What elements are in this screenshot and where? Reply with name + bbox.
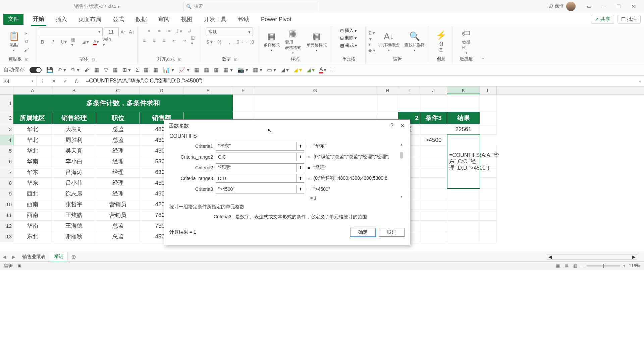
format-cells-button[interactable]: ▦ 格式 ▾ bbox=[340, 42, 357, 48]
cell[interactable] bbox=[447, 210, 480, 221]
cell[interactable]: 华南 bbox=[13, 221, 52, 231]
cell[interactable] bbox=[480, 210, 497, 221]
cell[interactable] bbox=[420, 199, 447, 210]
cell[interactable] bbox=[420, 146, 447, 156]
qat-camera-icon[interactable]: 📷 ▾ bbox=[237, 67, 248, 73]
align-left-icon[interactable]: ≡ bbox=[141, 37, 148, 44]
cell[interactable] bbox=[420, 167, 447, 178]
copy-icon[interactable]: ⧉ bbox=[23, 38, 30, 45]
sheet-nav-prev-icon[interactable]: ◀ bbox=[0, 254, 9, 260]
cell[interactable]: 徐志晨 bbox=[52, 188, 96, 199]
share-button[interactable]: ↗ 共享 bbox=[591, 15, 614, 24]
sheet-tab[interactable]: 销售业绩表 bbox=[18, 252, 50, 261]
comments-button[interactable]: ☐ 批注 bbox=[618, 15, 641, 24]
cell[interactable]: 华北 bbox=[13, 135, 52, 146]
horizontal-scrollbar[interactable]: ◀▶ bbox=[547, 254, 637, 260]
row-header[interactable]: 13 bbox=[0, 231, 13, 242]
search-input[interactable]: 🔍 搜索 bbox=[183, 2, 317, 11]
ok-button[interactable]: 确定 bbox=[350, 228, 376, 237]
cell[interactable] bbox=[480, 188, 497, 199]
conditional-format-button[interactable]: ▦条件格式▾ bbox=[262, 31, 282, 53]
merged-title-cell[interactable]: 多条件计数，多条件求和 bbox=[13, 95, 233, 112]
col-header[interactable]: K bbox=[447, 87, 480, 94]
col-header[interactable]: F bbox=[233, 87, 253, 94]
ribbon-mode-icon[interactable]: ▭ bbox=[582, 1, 596, 11]
cell[interactable] bbox=[480, 221, 497, 231]
find-select-button[interactable]: 🔍查找和选择▾ bbox=[402, 31, 427, 53]
sheet-tab[interactable]: 精进 bbox=[50, 252, 68, 262]
undo-icon[interactable]: ↶ ▾ bbox=[58, 67, 66, 73]
row-header[interactable]: 1 bbox=[0, 95, 13, 112]
font-family-combo[interactable]: ▾ bbox=[39, 27, 103, 36]
tab-pagelayout[interactable]: 页面布局 bbox=[76, 13, 103, 25]
cell[interactable]: 谢丽秋 bbox=[52, 231, 96, 242]
qat-icon[interactable]: ▦ bbox=[204, 67, 209, 73]
col-header[interactable]: J bbox=[420, 87, 447, 94]
arg-input[interactable]: ">4500" bbox=[216, 185, 297, 193]
cell[interactable] bbox=[253, 95, 377, 112]
increase-font-icon[interactable]: A↑ bbox=[120, 28, 127, 36]
cell[interactable]: =COUNTIFS(A:A,"华东",C:C,"经理",D:D,">4500") bbox=[447, 135, 480, 188]
cell[interactable]: 张哲宇 bbox=[52, 199, 96, 210]
cell[interactable]: 华东 bbox=[13, 178, 52, 188]
qat-outline-icon[interactable]: ▭ ▾ bbox=[267, 67, 276, 73]
decrease-decimal-icon[interactable]: ←.0 bbox=[246, 38, 254, 46]
col-header[interactable]: L bbox=[480, 87, 497, 94]
wrap-text-icon[interactable]: ↲ bbox=[186, 27, 193, 35]
row-header[interactable]: 4 bbox=[0, 135, 13, 146]
col-header[interactable]: H bbox=[377, 87, 398, 94]
cell[interactable]: 条件3 bbox=[420, 112, 447, 124]
collapse-dialog-icon[interactable]: ⬆ bbox=[297, 142, 304, 151]
col-header[interactable]: E bbox=[183, 87, 233, 94]
qat-fill-icon[interactable]: ◢ ▾ bbox=[293, 67, 302, 73]
formula-input[interactable]: =COUNTIFS(A:A,"华东",C:C,"经理",D:D,">4500") bbox=[83, 76, 636, 86]
cell[interactable] bbox=[447, 221, 480, 231]
cell[interactable] bbox=[447, 95, 480, 112]
row-header[interactable]: 8 bbox=[0, 178, 13, 188]
arg-input[interactable]: "经理" bbox=[216, 163, 297, 172]
cell[interactable]: 22561 bbox=[447, 124, 480, 135]
row-header[interactable]: 3 bbox=[0, 124, 13, 135]
align-top-icon[interactable]: ≡ bbox=[146, 27, 153, 35]
row-header[interactable]: 11 bbox=[0, 210, 13, 221]
cell[interactable] bbox=[420, 178, 447, 188]
view-pagebreak-icon[interactable]: ▥ bbox=[571, 263, 580, 268]
cell[interactable]: 王炫皓 bbox=[52, 210, 96, 221]
formula-history-icon[interactable]: ⋮ bbox=[37, 76, 48, 86]
tab-file[interactable]: 文件 bbox=[3, 14, 23, 25]
align-middle-icon[interactable]: ≡ bbox=[156, 27, 163, 35]
cell[interactable]: 李小白 bbox=[52, 156, 96, 167]
cell[interactable]: 西南 bbox=[13, 199, 52, 210]
tab-home[interactable]: 开始 bbox=[31, 13, 46, 26]
cell[interactable]: 大表哥 bbox=[52, 124, 96, 135]
italic-icon[interactable]: I bbox=[50, 38, 57, 46]
cell[interactable]: 华南 bbox=[13, 156, 52, 167]
border-icon[interactable]: ▦ ▾ bbox=[71, 38, 78, 46]
cell[interactable] bbox=[447, 231, 480, 242]
maximize-button[interactable]: ☐ bbox=[611, 1, 626, 11]
dialog-close-icon[interactable]: ✕ bbox=[400, 122, 405, 129]
row-header[interactable]: 2 bbox=[0, 112, 13, 124]
qat-icon[interactable]: ▦ bbox=[194, 67, 199, 73]
arg-input[interactable]: C:C bbox=[216, 153, 297, 161]
qat-shape-fill-icon[interactable]: ◢ ▾ bbox=[281, 67, 289, 73]
tab-powerpivot[interactable]: Power Pivot bbox=[259, 14, 293, 25]
col-header[interactable]: I bbox=[398, 87, 420, 94]
zoom-slider[interactable] bbox=[587, 265, 620, 267]
tab-formulas[interactable]: 公式 bbox=[111, 13, 126, 25]
row-header[interactable]: 7 bbox=[0, 167, 13, 178]
indent-inc-icon[interactable]: ⇥ bbox=[181, 37, 188, 44]
cell[interactable]: 销售经理 bbox=[52, 112, 96, 124]
cell[interactable]: 总监 bbox=[96, 231, 140, 242]
qat-line-icon[interactable]: 📈 ▾ bbox=[179, 67, 190, 73]
save-icon[interactable]: 💾 bbox=[46, 67, 53, 73]
collapse-dialog-icon[interactable]: ⬆ bbox=[297, 174, 304, 183]
cell[interactable] bbox=[420, 188, 447, 199]
insert-cells-button[interactable]: ⊞ 插入 ▾ bbox=[340, 27, 357, 34]
macro-rec-icon[interactable]: ▣ bbox=[17, 263, 21, 268]
increase-decimal-icon[interactable]: .0→ bbox=[236, 38, 244, 46]
cell[interactable] bbox=[480, 231, 497, 242]
autosum-icon[interactable]: Σ ▾ bbox=[368, 29, 376, 37]
collapse-dialog-icon[interactable]: ⬆ bbox=[297, 163, 304, 172]
fx-icon[interactable]: fₓ bbox=[71, 76, 83, 86]
